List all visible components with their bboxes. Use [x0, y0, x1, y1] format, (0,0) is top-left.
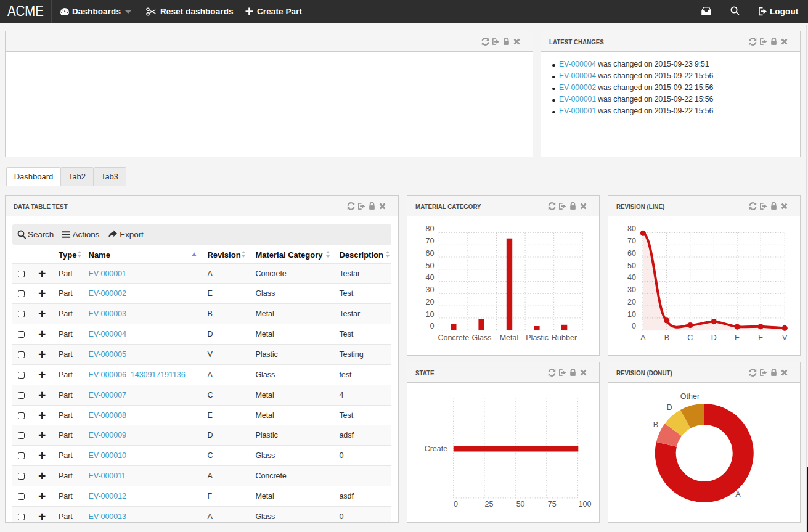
- svg-text:60: 60: [426, 249, 435, 258]
- svg-text:B: B: [653, 420, 658, 429]
- svg-text:A: A: [640, 334, 646, 342]
- svg-text:40: 40: [627, 273, 636, 282]
- svg-text:D: D: [711, 334, 717, 342]
- svg-text:10: 10: [627, 310, 636, 319]
- svg-text:50: 50: [516, 500, 525, 509]
- svg-text:Rubber: Rubber: [552, 334, 577, 342]
- svg-text:10: 10: [426, 310, 435, 319]
- svg-text:Other: Other: [680, 392, 700, 401]
- svg-text:C: C: [687, 334, 693, 342]
- svg-text:40: 40: [426, 273, 435, 282]
- svg-text:Glass: Glass: [471, 334, 491, 342]
- svg-text:70: 70: [627, 237, 636, 245]
- svg-text:50: 50: [426, 261, 435, 270]
- svg-text:20: 20: [426, 298, 435, 306]
- svg-text:V: V: [782, 334, 788, 342]
- svg-text:80: 80: [426, 224, 435, 233]
- svg-text:30: 30: [426, 285, 435, 294]
- svg-text:75: 75: [548, 500, 557, 509]
- svg-text:25: 25: [485, 500, 494, 509]
- svg-text:70: 70: [426, 237, 435, 245]
- svg-text:50: 50: [627, 261, 636, 270]
- svg-text:30: 30: [627, 285, 636, 294]
- svg-text:0: 0: [632, 322, 636, 330]
- svg-text:60: 60: [627, 249, 636, 258]
- svg-text:100: 100: [579, 500, 592, 509]
- svg-text:E: E: [735, 334, 740, 342]
- svg-text:Concrete: Concrete: [438, 334, 469, 342]
- svg-text:Create: Create: [425, 444, 448, 453]
- svg-text:Metal: Metal: [500, 334, 519, 342]
- svg-text:0: 0: [430, 322, 435, 330]
- svg-text:80: 80: [627, 224, 636, 233]
- svg-text:Plastic: Plastic: [526, 334, 549, 342]
- svg-text:D: D: [667, 403, 672, 412]
- svg-text:F: F: [758, 334, 763, 342]
- svg-text:A: A: [735, 490, 741, 499]
- svg-text:B: B: [664, 334, 669, 342]
- svg-text:20: 20: [627, 298, 636, 306]
- svg-text:0: 0: [454, 500, 458, 509]
